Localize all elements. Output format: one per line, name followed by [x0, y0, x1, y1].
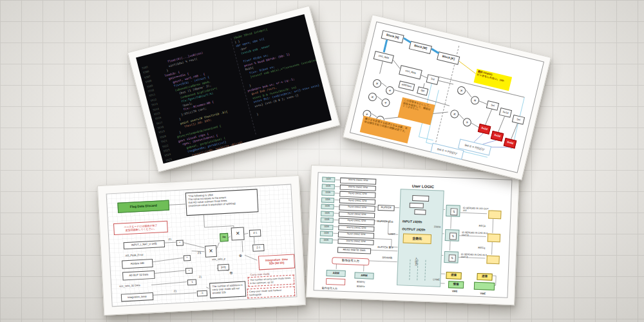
sum-junction-icon: ⊕ [229, 270, 232, 275]
ddr-box: DDR [321, 191, 334, 196]
fpga-diagram: DDRDDRDDRDDRDDRDDRDDRDDRDDRDDR WRITE DMA… [314, 172, 513, 298]
flowchart-sheet: Flag Data Discard *The following is 18bi… [106, 184, 298, 307]
signal-input-box: 動作信号入力 [332, 257, 369, 265]
buffer-write-label: BUFFER 書き [377, 245, 393, 249]
io-vertical-label: 入出力 [413, 257, 418, 266]
ddr-box: DDR [321, 217, 334, 223]
recv-box-1: 受信 [448, 281, 464, 289]
dashed-line [409, 260, 410, 280]
result-line: 32b (32 bit) [269, 261, 285, 265]
code-token: } [249, 84, 251, 88]
buffer-box: BUFFER [377, 205, 394, 211]
ddr-box: DDR [320, 231, 333, 236]
yellow-io-box [486, 255, 499, 264]
z1-label: Z1 [168, 237, 171, 240]
ddr-box: DDR [322, 177, 335, 183]
ddr-box: DDR [321, 204, 334, 210]
yellow-io-box [488, 233, 500, 242]
code-token: } [179, 130, 182, 134]
addata-box: ADdata 18b [122, 259, 153, 269]
signal-diagram: Block [N]Block [M]Block [K] 選択 PRBNG ピンか… [350, 21, 544, 173]
top-note-box: *The following is 18bit The value increa… [185, 189, 259, 216]
send-box-1: 送信 [446, 272, 461, 279]
serdes-wire-label: 1920s [433, 225, 440, 228]
arm-box-1: ARM [326, 270, 345, 277]
code-token: } [166, 69, 169, 73]
vme-label: VME [452, 289, 458, 292]
arm-box-2: ARM [354, 272, 374, 279]
multiplier-box: ✕ [205, 245, 217, 258]
red-note-line: 変型回路断してください。 [126, 227, 156, 232]
code-editor: 5505550655075508550955105511551255135514… [136, 14, 332, 164]
serdes-box: ⇅ [446, 205, 460, 217]
serdes-box: ⇅ [445, 229, 460, 242]
logic-subblock [410, 203, 424, 209]
reg-label: REGk [479, 224, 486, 227]
additions-note-box: The number of additions in carry over mo… [209, 281, 246, 299]
reg-label: REGq [478, 246, 485, 249]
recv-box-2 [474, 282, 495, 290]
empty-red-box [326, 278, 345, 285]
send-box-2: 送信 [477, 273, 492, 281]
logic-subblock [412, 195, 429, 202]
z1-label: Z1 [197, 251, 201, 254]
signal-diagram-photo: Block [N]Block [M]Block [K] 選択 PRBNG ピンか… [343, 14, 551, 180]
code-token: } [179, 117, 182, 121]
code-token: } [256, 112, 259, 116]
ddr-box: DDR [321, 197, 334, 203]
input-label: INPUT 1920h [402, 219, 422, 223]
integration-time-result-box: integration_time 32b (32 bit) [258, 254, 295, 270]
logic-subblock [414, 209, 426, 215]
mhz-label: 80MHz [357, 285, 365, 288]
serdes-box: ⇅ [444, 251, 459, 263]
multiplier-box-large: ✕ [231, 227, 245, 241]
user-logic-panel: INPUT 1920h OUTPUT 1920h 全熱化 入出力 [397, 189, 444, 287]
signal-input-label: 動作信号入力 [322, 286, 337, 290]
yellow-center-box: 全熱化 [403, 233, 432, 244]
fpga-diagram-photo: DDRDDRDDRDDRDDRDDRDDRDDRDDRDDR WRITE DMA… [306, 165, 520, 305]
ddr-box: DDR [321, 211, 334, 216]
serdes-chip-icon: ⇅ [450, 232, 457, 240]
output-label: OUTPUT 1920h [402, 227, 425, 231]
plus-op-box: + [176, 240, 184, 246]
xo-box: Xo [220, 233, 229, 242]
flowchart-photo: Flag Data Discard *The following is 18bi… [97, 175, 306, 316]
z-delay-box: Z-1 [252, 244, 265, 252]
yellow-io-box [488, 210, 501, 219]
serdes-chip-icon: ⇅ [448, 254, 455, 261]
ddr-box: DDR [320, 224, 333, 230]
serdes-chip-icon: ⇅ [450, 208, 457, 215]
sum-junction-icon: ⊕ [239, 253, 242, 258]
code-screenshot-photo: 5505550655075508550955105511551255135514… [128, 6, 341, 173]
lvme-label: LVME [433, 278, 440, 281]
read-write-dma-box: READ WRITE DMA [337, 247, 371, 254]
vme-label: VME [480, 292, 486, 295]
buffer-read-label: BUFFER 読み [377, 219, 393, 223]
user-logic-title: User LOGIC [412, 184, 434, 189]
adbuf-box: AD BUF 32 Data [122, 270, 155, 281]
z1-label: Z1 [174, 289, 177, 292]
plus-op-box: + [185, 268, 193, 274]
bram-label: BRAM他 [383, 255, 393, 260]
dashed-line [424, 260, 426, 281]
neg-op-box: -1 [187, 279, 196, 286]
plus-op-box: + [184, 255, 191, 261]
z-delay-box: Z-1 [249, 229, 261, 237]
ddr-box: DDR [322, 184, 335, 189]
photo-collage-background: 5505550655075508550955105511551255135514… [0, 0, 644, 322]
uart-label: UART [388, 232, 395, 236]
z1-label: Z1 [198, 275, 202, 278]
h3-box: [H3] [218, 264, 229, 271]
ddr-box: DDR [319, 238, 332, 243]
mhz-label: 80MHz [357, 280, 365, 283]
neg2-op-box: -1: [197, 290, 207, 297]
